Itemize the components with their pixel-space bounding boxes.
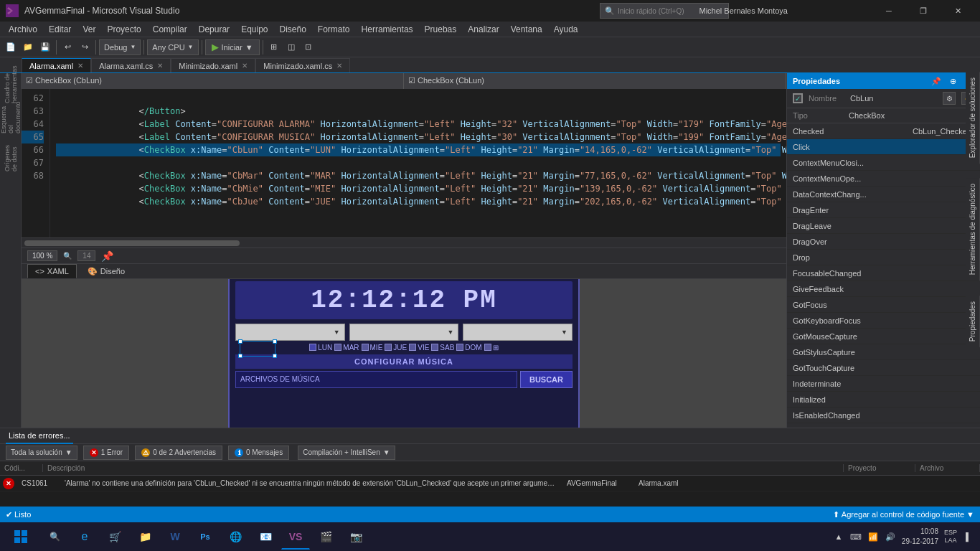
menu-depurar[interactable]: Depurar [193,22,235,37]
day-dom[interactable]: DOM [456,344,481,352]
tray-up-arrow[interactable]: ▲ [833,531,844,542]
menu-herramientas[interactable]: Herramientas [356,22,419,37]
taskbar-photoshop[interactable]: Ps [191,524,220,550]
toolbar-save-all[interactable]: 💾 [37,39,53,55]
checkbox-mar[interactable] [334,344,341,351]
source-control-label[interactable]: ⬆ Agregar al control de código fuente ▼ [833,510,974,519]
snap-icon[interactable]: 📌 [101,250,113,262]
prop-row-ishittestvisible[interactable]: IsHitTestVisibleCh... [787,423,980,428]
menu-proyecto[interactable]: Proyecto [101,22,146,37]
platform-dropdown[interactable]: Any CPU ▼ [147,39,198,55]
start-menu-button[interactable] [3,524,39,550]
sidebar-toolbox[interactable]: Cuadro de herramientas [2,76,19,93]
minimize-button[interactable]: ─ [872,0,905,22]
combo-seconds[interactable]: ▼ [463,324,573,341]
prop-row-dragleave[interactable]: DragLeave [787,218,980,234]
sidebar-solution[interactable]: Esquema del documento [2,109,19,126]
taskbar-folder[interactable]: 📁 [131,524,159,550]
checkbox-lun[interactable] [309,344,316,351]
menu-diseno[interactable]: Diseño [274,22,312,37]
menu-equipo[interactable]: Equipo [235,22,273,37]
tab-alarma-xaml[interactable]: Alarma.xaml ✕ [22,58,91,72]
tab-xaml[interactable]: <> XAML [27,264,77,278]
menu-ayuda[interactable]: Ayuda [548,22,584,37]
toolbar-redo[interactable]: ↪ [77,39,93,55]
prop-row-dragover[interactable]: DragOver [787,234,980,250]
combo-minutes[interactable]: ▼ [349,324,459,341]
checkbox-vie[interactable] [409,344,416,351]
taskbar-store[interactable]: 🛒 [100,524,129,550]
menu-ver[interactable]: Ver [77,22,101,37]
prop-row-contextmenuopening[interactable]: ContextMenuOpe... [787,171,980,187]
day-mar[interactable]: MAR [334,344,359,352]
taskbar-ie[interactable]: e [70,524,99,550]
properties-pin-icon[interactable]: 📌 [928,77,944,86]
outer-tab-properties[interactable]: Propiedades [966,296,980,347]
restore-button[interactable]: ❐ [907,0,940,22]
horizontal-scrollbar[interactable] [22,237,786,248]
menu-analizar[interactable]: Analizar [462,22,504,37]
start-button[interactable]: ▶ Iniciar ▼ [205,39,260,55]
outer-tab-solution[interactable]: Explorador de soluciones [966,72,980,164]
tray-network[interactable]: 📶 [867,531,879,542]
checkbox-extra[interactable] [484,344,491,351]
prop-row-focusablechanged[interactable]: FocusableChanged [787,265,980,281]
prop-row-contextmenuclosing[interactable]: ContextMenuClosi... [787,155,980,171]
menu-editar[interactable]: Editar [43,22,77,37]
toolbar-btn-2[interactable]: ◫ [283,39,299,55]
compilation-mode-dropdown[interactable]: Compilación + IntelliSen ▼ [298,446,395,460]
prop-row-click[interactable]: Click [787,139,980,155]
menu-archivo[interactable]: Archivo [3,22,43,37]
taskbar-outlook[interactable]: 📧 [251,524,280,550]
close-alarma-xaml-cs-tab[interactable]: ✕ [157,62,163,70]
taskbar-chrome[interactable]: 🌐 [221,524,250,550]
tab-minimizado-xaml[interactable]: Minimizado.xaml ✕ [171,58,255,72]
menu-ventana[interactable]: Ventana [505,22,548,37]
tab-alarma-xaml-cs[interactable]: Alarma.xaml.cs ✕ [91,58,171,72]
prop-row-gotfocus[interactable]: GotFocus [787,297,980,313]
show-desktop[interactable]: ▌ [963,531,974,542]
language-indicator[interactable]: ESP LAA [944,529,957,545]
error-tab-lista[interactable]: Lista de errores... [6,428,73,444]
clock-taskbar[interactable]: 10:08 29-12-2017 [902,527,938,547]
toolbar-btn-3[interactable]: ⊡ [301,39,316,55]
checkbox-dom[interactable] [456,344,463,351]
taskbar-vs[interactable]: VS [281,524,310,550]
warning-filter-btn[interactable]: ⚠ 0 de 2 Advertencias [135,446,222,460]
prop-row-gotstyluscapture[interactable]: GotStylusCapture [787,344,980,360]
day-extra[interactable]: ⊞ [484,344,499,352]
prop-row-gotmousecapture[interactable]: GotMouseCapture [787,329,980,344]
prop-row-gotkeyboardfocus[interactable]: GotKeyboardFocus [787,313,980,329]
taskbar-search[interactable]: 🔍 [40,524,69,550]
music-files-input[interactable]: ARCHIVOS DE MÚSICA [235,371,517,388]
toolbar-new[interactable]: 📄 [3,39,19,55]
toolbar-open[interactable]: 📁 [20,39,36,55]
zoom-level[interactable]: 100 % [27,250,57,261]
tab-minimizado-xaml-cs[interactable]: Minimizado.xaml.cs ✕ [255,58,350,72]
tray-keyboard[interactable]: ⌨ [850,531,862,542]
day-mie[interactable]: MIE [362,344,383,352]
taskbar-camera[interactable]: 📷 [341,524,370,550]
menu-formato[interactable]: Formato [312,22,356,37]
buscar-button[interactable]: BUSCAR [520,371,573,388]
taskbar-media[interactable]: 🎬 [311,524,340,550]
properties-settings-icon[interactable]: ⚙ [943,92,956,105]
prop-row-checked[interactable]: Checked CbLun_Checked [787,123,980,139]
code-content[interactable]: </Button> <Label Content="CONFIGURAR ALA… [50,89,786,237]
outer-tab-diagnostic[interactable]: Herramientas de diagnóstico [966,178,980,281]
debug-config-dropdown[interactable]: Debug ▼ [99,39,141,55]
prop-row-dragenter[interactable]: DragEnter [787,202,980,218]
close-minimizado-xaml-cs-tab[interactable]: ✕ [336,62,342,70]
close-minimizado-xaml-tab[interactable]: ✕ [242,62,248,70]
prop-row-indeterminate[interactable]: Indeterminate [787,376,980,392]
prop-row-gottouchcapture[interactable]: GotTouchCapture [787,360,980,376]
close-button[interactable]: ✕ [941,0,974,22]
scroll-thumb[interactable] [24,240,240,246]
prop-row-givefeedback[interactable]: GiveFeedback [787,281,980,297]
element-selector-right[interactable]: ☑ CheckBox (CbLun) [404,73,786,89]
prop-row-isenabledchanged[interactable]: IsEnabledChanged [787,408,980,423]
toolbar-undo[interactable]: ↩ [60,39,75,55]
error-filter-btn[interactable]: ✕ 1 Error [83,446,130,460]
prop-row-drop[interactable]: Drop [787,250,980,265]
solution-filter-dropdown[interactable]: Toda la solución ▼ [6,446,77,460]
